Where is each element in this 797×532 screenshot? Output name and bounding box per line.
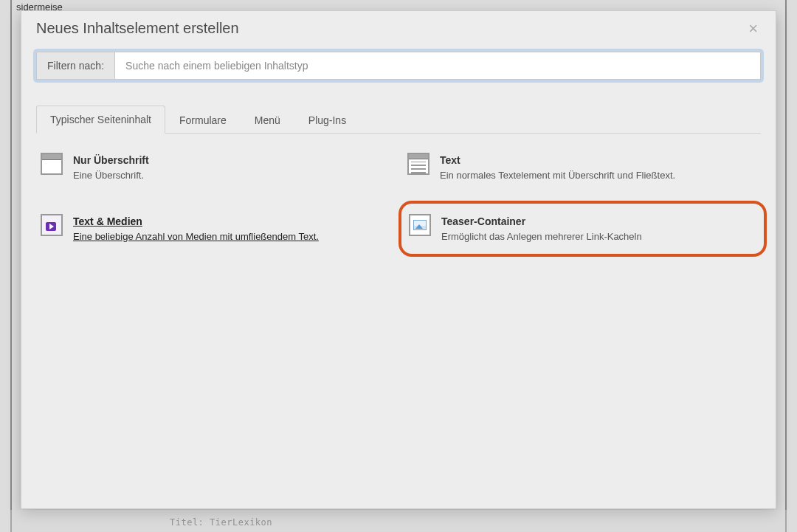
element-card-header-only[interactable]: Nur Überschrift Eine Überschrift. — [39, 148, 391, 187]
filter-row: Filtern nach: — [36, 52, 761, 80]
tab-menu[interactable]: Menü — [241, 106, 294, 134]
modal-header: Neues Inhaltselement erstellen × — [21, 11, 776, 44]
header-icon — [41, 153, 63, 175]
footer-shadow — [10, 510, 787, 532]
card-desc: Ein normales Textelement mit Überschrift… — [440, 168, 756, 183]
tab-forms[interactable]: Formulare — [165, 106, 241, 134]
media-icon — [41, 214, 63, 236]
tab-typical-content[interactable]: Typischer Seiteninhalt — [36, 106, 165, 134]
element-card-text-media[interactable]: Text & Medien Eine beliebige Anzahl von … — [39, 210, 391, 249]
card-text: Text & Medien Eine beliebige Anzahl von … — [73, 214, 390, 244]
filter-label: Filtern nach: — [36, 52, 114, 80]
element-card-teaser-container[interactable]: Teaser-Container Ermöglicht das Anlegen … — [398, 201, 767, 258]
card-title: Nur Überschrift — [73, 153, 390, 168]
card-desc: Eine Überschrift. — [73, 168, 390, 183]
tab-plugins[interactable]: Plug-Ins — [294, 106, 360, 134]
modal-body: Filtern nach: Typischer Seiteninhalt For… — [21, 44, 776, 263]
new-content-element-modal: Neues Inhaltselement erstellen × Filtern… — [21, 10, 776, 509]
text-icon — [407, 153, 429, 175]
card-desc: Eine beliebige Anzahl von Medien mit umf… — [73, 229, 390, 244]
card-text: Teaser-Container Ermöglicht das Anlegen … — [441, 214, 752, 244]
close-button[interactable]: × — [745, 21, 761, 37]
modal-title: Neues Inhaltselement erstellen — [36, 20, 239, 37]
elements-grid: Nur Überschrift Eine Überschrift. Text E… — [36, 148, 761, 248]
image-icon — [409, 214, 431, 236]
tabs: Typischer Seiteninhalt Formulare Menü Pl… — [36, 105, 761, 134]
card-title: Teaser-Container — [441, 214, 752, 229]
card-text: Nur Überschrift Eine Überschrift. — [73, 153, 390, 183]
card-desc: Ermöglicht das Anlegen mehrerer Link-Kac… — [441, 229, 752, 244]
card-title: Text & Medien — [73, 214, 390, 229]
card-text: Text Ein normales Textelement mit Übersc… — [440, 153, 756, 183]
card-title: Text — [440, 153, 756, 168]
filter-input[interactable] — [114, 52, 761, 80]
element-card-text[interactable]: Text Ein normales Textelement mit Übersc… — [406, 148, 758, 187]
